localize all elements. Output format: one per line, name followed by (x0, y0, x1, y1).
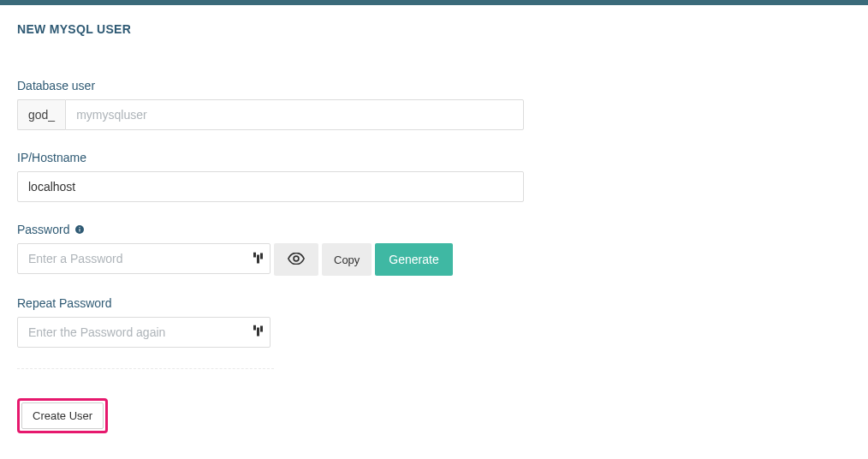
svg-rect-5 (260, 253, 263, 259)
svg-rect-1 (80, 229, 80, 232)
password-input[interactable] (17, 243, 271, 274)
password-label: Password (17, 223, 851, 236)
repeat-password-label: Repeat Password (17, 296, 851, 310)
password-row: Copy Generate (17, 243, 454, 276)
database-user-prefix: god_ (17, 99, 65, 130)
create-user-button[interactable]: Create User (21, 402, 104, 429)
database-user-input[interactable] (65, 99, 524, 130)
toggle-visibility-button[interactable] (274, 243, 318, 276)
ip-hostname-input[interactable] (17, 171, 524, 202)
svg-rect-3 (253, 253, 256, 258)
password-input-wrap (17, 243, 271, 276)
svg-rect-8 (257, 328, 259, 337)
page-container: NEW MYSQL USER Database user god_ IP/Hos… (0, 5, 868, 459)
svg-rect-7 (253, 325, 256, 331)
repeat-password-wrap (17, 317, 271, 348)
svg-rect-9 (260, 326, 263, 332)
field-ip-hostname: IP/Hostname (17, 151, 851, 202)
database-user-label: Database user (17, 79, 851, 92)
ip-hostname-row (17, 171, 524, 202)
password-manager-icon[interactable] (253, 325, 264, 340)
svg-point-6 (294, 256, 299, 261)
section-divider (17, 368, 274, 369)
page-title: NEW MYSQL USER (17, 22, 851, 36)
database-user-row: god_ (17, 99, 524, 130)
ip-hostname-label: IP/Hostname (17, 151, 851, 164)
eye-icon (288, 253, 305, 267)
submit-highlight: Create User (17, 398, 108, 433)
field-repeat-password: Repeat Password (17, 296, 851, 348)
generate-button[interactable]: Generate (375, 243, 452, 276)
svg-rect-2 (80, 227, 80, 228)
password-manager-icon[interactable] (253, 253, 264, 267)
copy-button[interactable]: Copy (322, 243, 372, 276)
password-label-text: Password (17, 223, 69, 236)
field-database-user: Database user god_ (17, 79, 851, 130)
info-icon[interactable] (74, 224, 85, 235)
field-password: Password Copy Generate (17, 223, 851, 276)
repeat-password-input[interactable] (17, 317, 271, 348)
svg-rect-4 (257, 255, 259, 264)
